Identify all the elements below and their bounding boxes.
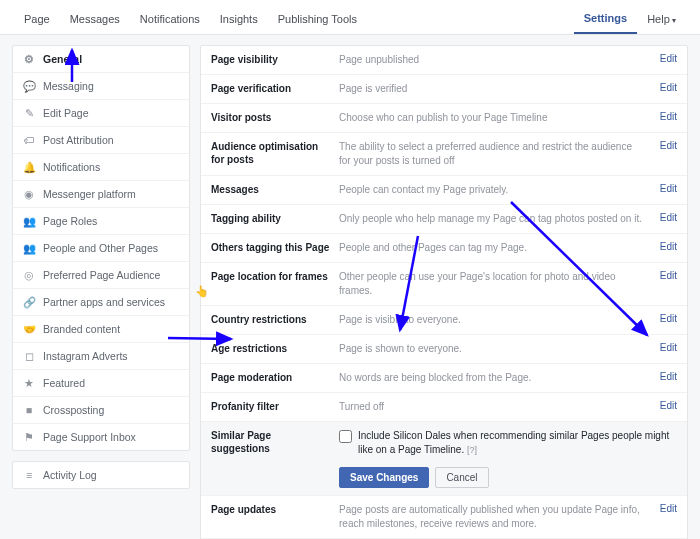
row-label: Visitor posts <box>211 111 331 124</box>
nav-help[interactable]: Help <box>637 7 686 33</box>
row-value: The ability to select a preferred audien… <box>339 140 646 168</box>
nav-insights[interactable]: Insights <box>210 7 268 33</box>
edit-link[interactable]: Edit <box>654 371 677 382</box>
sidebar-item-label: People and Other Pages <box>43 242 158 254</box>
nav-publishing[interactable]: Publishing Tools <box>268 7 367 33</box>
row-label: Page visibility <box>211 53 331 66</box>
edit-link[interactable]: Edit <box>654 313 677 324</box>
edit-link[interactable]: Edit <box>654 342 677 353</box>
instagram-icon: ◻ <box>23 350 35 362</box>
sidebar-item-page-support-inbox[interactable]: ⚑Page Support Inbox <box>13 424 189 450</box>
nav-settings[interactable]: Settings <box>574 6 637 34</box>
row-others: Others tagging this PagePeople and other… <box>201 234 687 263</box>
settings-panel: Page visibilityPage unpublishedEditPage … <box>200 45 688 539</box>
row-tagging: Tagging abilityOnly people who help mana… <box>201 205 687 234</box>
sidebar-item-instagram-adverts[interactable]: ◻Instagram Adverts <box>13 343 189 370</box>
sidebar-item-branded-content[interactable]: 🤝Branded content <box>13 316 189 343</box>
target-icon: ◎ <box>23 269 35 281</box>
sidebar-item-featured[interactable]: ★Featured <box>13 370 189 397</box>
edit-link[interactable]: Edit <box>654 400 677 411</box>
row-value: Turned off <box>339 400 646 414</box>
edit-link[interactable]: Edit <box>654 503 677 514</box>
top-nav: Page Messages Notifications Insights Pub… <box>0 0 700 35</box>
sidebar-item-label: General <box>43 53 82 65</box>
handshake-icon: 🤝 <box>23 323 35 335</box>
cursor-hand-icon: 👆 <box>195 285 209 298</box>
sidebar-item-messaging[interactable]: 💬Messaging <box>13 73 189 100</box>
nav-notifications[interactable]: Notifications <box>130 7 210 33</box>
nav-page[interactable]: Page <box>14 7 60 33</box>
row-country: Country restrictionsPage is visible to e… <box>201 306 687 335</box>
sidebar-item-post-attribution[interactable]: 🏷Post Attribution <box>13 127 189 154</box>
people-icon: 👥 <box>23 215 35 227</box>
edit-link[interactable]: Edit <box>654 183 677 194</box>
tag-icon: 🏷 <box>23 134 35 146</box>
star-icon: ★ <box>23 377 35 389</box>
row-value: Page unpublished <box>339 53 646 67</box>
sidebar-item-crossposting[interactable]: ■Crossposting <box>13 397 189 424</box>
sidebar-item-messenger-platform[interactable]: ◉Messenger platform <box>13 181 189 208</box>
edit-link[interactable]: Edit <box>654 82 677 93</box>
edit-link[interactable]: Edit <box>654 270 677 281</box>
sidebar-item-edit-page[interactable]: ✎Edit Page <box>13 100 189 127</box>
row-label: Age restrictions <box>211 342 331 355</box>
row-profanity: Profanity filterTurned offEdit <box>201 393 687 422</box>
row-label: Page location for frames <box>211 270 331 283</box>
sidebar-item-label: Crossposting <box>43 404 104 416</box>
edit-link[interactable]: Edit <box>654 241 677 252</box>
row-frames: Page location for framesOther people can… <box>201 263 687 306</box>
row-label: Country restrictions <box>211 313 331 326</box>
sidebar-item-partner-apps-and-services[interactable]: 🔗Partner apps and services <box>13 289 189 316</box>
similar-page-checkbox[interactable] <box>339 430 352 443</box>
row-label: Profanity filter <box>211 400 331 413</box>
sidebar: ⚙General💬Messaging✎Edit Page🏷Post Attrib… <box>12 45 190 539</box>
cancel-button[interactable]: Cancel <box>435 467 488 488</box>
row-value: Other people can use your Page's locatio… <box>339 270 646 298</box>
row-value: Page is shown to everyone. <box>339 342 646 356</box>
row-visitor: Visitor postsChoose who can publish to y… <box>201 104 687 133</box>
row-age: Age restrictionsPage is shown to everyon… <box>201 335 687 364</box>
flag-icon: ⚑ <box>23 431 35 443</box>
bell-icon: 🔔 <box>23 161 35 173</box>
chat-icon: 💬 <box>23 80 35 92</box>
save-changes-button[interactable]: Save Changes <box>339 467 429 488</box>
link-icon: 🔗 <box>23 296 35 308</box>
sidebar-item-general[interactable]: ⚙General <box>13 46 189 73</box>
row-value: Page is verified <box>339 82 646 96</box>
list-icon: ≡ <box>23 469 35 481</box>
edit-link[interactable]: Edit <box>654 111 677 122</box>
sidebar-item-notifications[interactable]: 🔔Notifications <box>13 154 189 181</box>
sidebar-item-label: Instagram Adverts <box>43 350 128 362</box>
video-icon: ■ <box>23 404 35 416</box>
row-label: Page moderation <box>211 371 331 384</box>
edit-link[interactable]: Edit <box>654 140 677 151</box>
sidebar-item-page-roles[interactable]: 👥Page Roles <box>13 208 189 235</box>
row-verification: Page verificationPage is verifiedEdit <box>201 75 687 104</box>
sidebar-item-people-and-other-pages[interactable]: 👥People and Other Pages <box>13 235 189 262</box>
sidebar-item-label: Preferred Page Audience <box>43 269 160 281</box>
edit-link[interactable]: Edit <box>654 212 677 223</box>
row-updates: Page updatesPage posts are automatically… <box>201 496 687 539</box>
row-label: Page updates <box>211 503 331 516</box>
row-messages: MessagesPeople can contact my Page priva… <box>201 176 687 205</box>
sidebar-item-preferred-page-audience[interactable]: ◎Preferred Page Audience <box>13 262 189 289</box>
edit-link[interactable]: Edit <box>654 53 677 64</box>
sidebar-item-label: Notifications <box>43 161 100 173</box>
row-label: Others tagging this Page <box>211 241 331 254</box>
row-moderation: Page moderationNo words are being blocke… <box>201 364 687 393</box>
row-label: Page verification <box>211 82 331 95</box>
sidebar-item-label: Activity Log <box>43 469 97 481</box>
row-value: Include Silicon Dales when recommending … <box>339 429 677 488</box>
row-value: Page is visible to everyone. <box>339 313 646 327</box>
messenger-icon: ◉ <box>23 188 35 200</box>
people-icon: 👥 <box>23 242 35 254</box>
row-value: Page posts are automatically published w… <box>339 503 646 531</box>
nav-messages[interactable]: Messages <box>60 7 130 33</box>
sidebar-item-label: Edit Page <box>43 107 89 119</box>
sidebar-item-activity-log[interactable]: ≡ Activity Log <box>13 462 189 488</box>
row-similar: Similar Page suggestionsInclude Silicon … <box>201 422 687 496</box>
checkbox-label: Include Silicon Dales when recommending … <box>358 429 677 457</box>
help-icon[interactable]: [?] <box>467 445 477 455</box>
row-value: Only people who help manage my Page can … <box>339 212 646 226</box>
pencil-icon: ✎ <box>23 107 35 119</box>
